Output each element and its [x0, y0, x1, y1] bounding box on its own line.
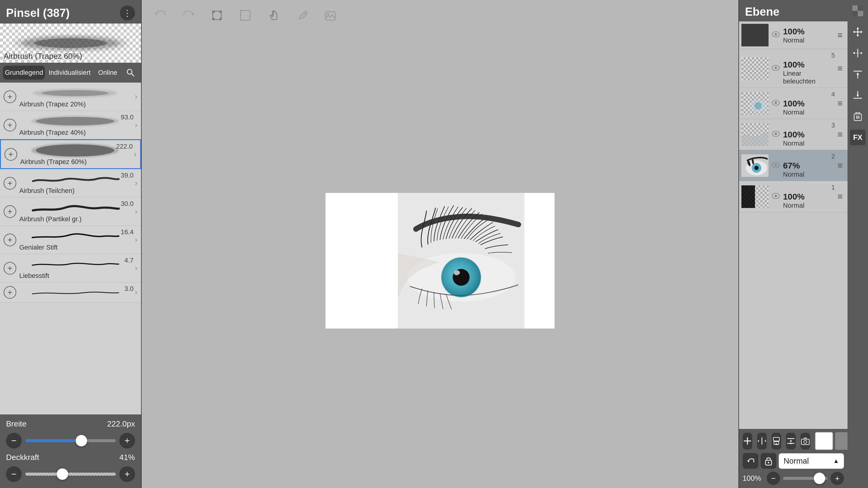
- redo-button[interactable]: [182, 9, 195, 25]
- layer-thumb-3: [741, 123, 769, 146]
- opacity-slider-thumb[interactable]: [57, 468, 68, 480]
- layer-mode-5: Linear beleuchten: [783, 70, 835, 85]
- import-button[interactable]: [324, 9, 337, 25]
- width-minus-button[interactable]: −: [6, 433, 22, 449]
- brush-item-trapez20[interactable]: + Airbrush (Trapez 20%) ›: [0, 83, 141, 111]
- layers-panel-header: Ebene: [739, 0, 847, 22]
- layer-menu-top[interactable]: ≡: [835, 30, 845, 40]
- align-top-icon[interactable]: [850, 66, 866, 82]
- layer-mode-3: Normal: [783, 140, 804, 147]
- merge-down-button[interactable]: [772, 433, 781, 450]
- tab-online[interactable]: Online: [94, 66, 121, 80]
- layer-item-5[interactable]: 5 100% Linear beleuchten ≡: [739, 49, 847, 88]
- draw-button[interactable]: [296, 9, 309, 25]
- layer-visibility-4[interactable]: [772, 99, 780, 108]
- swatch-gray[interactable]: [835, 432, 847, 450]
- flip-horizontal-icon[interactable]: [850, 45, 866, 61]
- search-button[interactable]: [123, 65, 138, 80]
- add-brush-teilchen[interactable]: +: [4, 177, 16, 190]
- trash-icon[interactable]: [850, 109, 866, 124]
- add-layer-button[interactable]: [743, 433, 752, 450]
- svg-line-4: [131, 73, 134, 76]
- add-brush-liebesstift[interactable]: +: [4, 262, 16, 275]
- size-trapez40: 93.0: [121, 113, 134, 121]
- lock-button[interactable]: [761, 453, 776, 469]
- opacity-slider-track[interactable]: [25, 472, 116, 476]
- svg-marker-94: [853, 52, 855, 54]
- transform-button[interactable]: [210, 9, 224, 25]
- layer-visibility-5[interactable]: [772, 64, 780, 73]
- zoom-minus-button[interactable]: −: [767, 472, 780, 485]
- brush-item-partikel[interactable]: + 30.0 Airbrush (Partikel gr.) ›: [0, 197, 141, 226]
- opacity-value: 41%: [105, 453, 135, 462]
- opacity-plus-button[interactable]: +: [119, 466, 135, 482]
- chevron-icon-6: ›: [135, 264, 137, 273]
- width-plus-button[interactable]: +: [119, 433, 135, 449]
- brush-item-teilchen[interactable]: + 39.0 Airbrush (Teilchen) ›: [0, 169, 141, 197]
- select-button[interactable]: [239, 9, 252, 25]
- opacity-minus-button[interactable]: −: [6, 466, 22, 482]
- back-button[interactable]: [743, 453, 758, 469]
- zoom-plus-button[interactable]: +: [831, 472, 844, 485]
- add-brush-trapez60[interactable]: +: [4, 148, 17, 161]
- stroke-last: [19, 286, 130, 300]
- svg-rect-85: [858, 5, 863, 11]
- svg-rect-84: [858, 11, 863, 16]
- add-brush-last[interactable]: +: [4, 286, 16, 299]
- layer-item-4[interactable]: 4 100% Normal ≡: [739, 88, 847, 119]
- layer-item-1[interactable]: 1 100% Normal ≡: [739, 181, 847, 212]
- svg-point-10: [36, 144, 114, 156]
- tab-grundlegend[interactable]: Grundlegend: [3, 66, 45, 80]
- tab-individualisiert[interactable]: Individualisiert: [47, 66, 92, 80]
- canvas-area[interactable]: [142, 33, 738, 488]
- cursor-move-icon[interactable]: [850, 24, 866, 40]
- zoom-slider-thumb[interactable]: [814, 472, 825, 484]
- layer-item-top[interactable]: 100% Normal ≡: [739, 22, 847, 49]
- align-button[interactable]: [786, 433, 796, 450]
- canvas-toolbar: [142, 0, 738, 33]
- layer-menu-1[interactable]: ≡: [835, 191, 845, 202]
- size-liebesstift: 4.7: [124, 256, 134, 264]
- brush-item-trapez60[interactable]: + 222.0 Airbrush (Trapez 60%) ›: [0, 139, 141, 169]
- width-slider-track[interactable]: [25, 439, 116, 442]
- brush-item-trapez40[interactable]: + 93.0 Airbrush (Trapez 40%) ›: [0, 111, 141, 139]
- brush-item-liebesstift[interactable]: + 4.7 Liebesstift ›: [0, 254, 141, 282]
- layer-menu-5[interactable]: ≡: [835, 63, 845, 73]
- checker-pattern-icon[interactable]: [850, 3, 866, 19]
- align-bottom-icon[interactable]: [850, 87, 866, 103]
- layer-menu-2[interactable]: ≡: [835, 160, 845, 171]
- add-brush-genialer[interactable]: +: [4, 234, 16, 246]
- swatch-white[interactable]: [815, 432, 833, 450]
- fx-button[interactable]: FX: [850, 130, 866, 145]
- layer-menu-4[interactable]: ≡: [835, 98, 845, 109]
- flip-button[interactable]: [757, 433, 767, 450]
- brush-more-button[interactable]: ⋮: [120, 5, 135, 21]
- layer-visibility-3[interactable]: [772, 130, 780, 139]
- add-brush-partikel[interactable]: +: [4, 205, 16, 218]
- zoom-slider[interactable]: [783, 477, 828, 480]
- undo-button[interactable]: [154, 9, 167, 25]
- select-icon: [239, 9, 252, 22]
- canvas-panel: [142, 0, 738, 488]
- layer-visibility-1[interactable]: [772, 192, 780, 201]
- layer-visibility-2[interactable]: [772, 161, 780, 170]
- width-slider-thumb[interactable]: [76, 435, 87, 447]
- svg-point-30: [775, 33, 777, 36]
- brush-list[interactable]: + Airbrush (Trapez 20%) › + 93.0: [0, 83, 141, 415]
- brush-item-genialer[interactable]: + 16.4 Genialer Stift ›: [0, 226, 141, 254]
- brush-item-last[interactable]: + 3.0 ›: [0, 282, 141, 302]
- layer-menu-3[interactable]: ≡: [835, 129, 845, 140]
- gesture-button[interactable]: [267, 9, 280, 25]
- chevron-icon-7: ›: [135, 287, 137, 297]
- add-brush-trapez40[interactable]: +: [4, 119, 16, 131]
- layer-thumb-2: [741, 154, 769, 177]
- layer-visibility-top[interactable]: [772, 30, 780, 40]
- add-brush-trapez20[interactable]: +: [4, 90, 16, 103]
- stroke-trapez20: [19, 86, 130, 100]
- layer-item-3[interactable]: 3 100% Normal ≡: [739, 119, 847, 150]
- blend-mode-dropdown[interactable]: Normal ▲: [779, 453, 844, 469]
- size-partikel: 30.0: [121, 200, 134, 208]
- camera-button[interactable]: [801, 433, 810, 450]
- layer-number-2: 2: [831, 153, 835, 160]
- layer-item-2[interactable]: 2 67% Normal ≡: [739, 150, 847, 181]
